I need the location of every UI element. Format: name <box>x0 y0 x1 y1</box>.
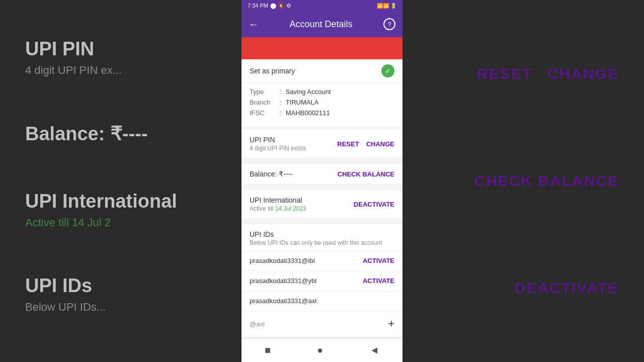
bg-upi-ids-sub: Below UPI IDs... <box>25 301 231 314</box>
add-upi-icon[interactable]: + <box>388 317 394 330</box>
upi-pin-section: UPI PIN 4 digit UPI PIN exists RESET CHA… <box>242 130 403 158</box>
balance-label: Balance: ₹---- <box>250 170 293 178</box>
upi-intl-left: UPI International Active till 14 Jul 202… <box>250 196 306 212</box>
phone-content[interactable]: Set as primary ✓ Type : Saving Account B… <box>242 59 403 338</box>
upi-id-row-axl: prasadkodati3331@axl <box>242 291 403 311</box>
upi-id-row-ybl: prasadkodati3331@ybl ACTIVATE <box>242 270 403 291</box>
upi-id-row-ibl: prasadkodati3331@ibl ACTIVATE <box>242 250 403 270</box>
status-right: 📶📶 🔋 <box>377 3 396 9</box>
branch-value: TIRUMALA <box>286 99 319 106</box>
ifsc-sep: : <box>280 109 282 117</box>
help-button[interactable]: ? <box>383 18 395 30</box>
add-upi-placeholder: @axl <box>250 320 265 328</box>
bg-left-panel: UPI PIN 4 digit UPI PIN ex... Balance: ₹… <box>15 0 242 362</box>
account-type-row: Type : Saving Account <box>250 88 394 96</box>
upi-pin-reset-button[interactable]: RESET <box>337 140 359 148</box>
account-info-section: Type : Saving Account Branch : TIRUMALA … <box>242 82 403 127</box>
status-icons-left: ⬤ 🔇 ⚙ <box>270 3 291 9</box>
upi-pin-actions: RESET CHANGE <box>337 140 394 148</box>
upi-id-ibl: prasadkodati3331@ibl <box>250 257 315 264</box>
nav-home-button[interactable]: ● <box>317 344 323 356</box>
bg-upi-intl-heading: UPI International <box>25 191 231 212</box>
bg-upi-pin-sub: 4 digit UPI PIN ex... <box>25 64 231 77</box>
ifsc-value: MAHB0002111 <box>286 109 330 117</box>
add-upi-row[interactable]: @axl + <box>242 311 403 336</box>
app-header: ← Account Details ? <box>242 11 403 37</box>
bg-section-balance: Balance: ₹---- <box>25 123 231 145</box>
status-battery: 🔋 <box>390 3 396 9</box>
bg-balance-heading: Balance: ₹---- <box>25 123 231 145</box>
nav-back-button[interactable]: ◄ <box>369 344 379 356</box>
upi-intl-sub: Active till 14 Jul 2023 <box>250 205 306 212</box>
bg-deactivate-label: DEACTIVATE <box>515 280 619 297</box>
bg-check-balance-label: CHECK BALANCE <box>474 172 619 190</box>
status-bar: 7:34 PM ⬤ 🔇 ⚙ 📶📶 🔋 <box>242 0 403 11</box>
bg-reset-label: RESET <box>477 65 532 82</box>
page-title: Account Details <box>265 19 377 30</box>
set-as-primary-row[interactable]: Set as primary ✓ <box>242 59 403 82</box>
branch-key: Branch <box>250 99 280 106</box>
type-key: Type <box>250 88 280 96</box>
bg-section-upi-ids: UPI IDs Below UPI IDs... <box>25 275 231 314</box>
phone-screen: 7:34 PM ⬤ 🔇 ⚙ 📶📶 🔋 ← Account Details ? S… <box>242 0 403 362</box>
upi-pin-change-button[interactable]: CHANGE <box>366 140 394 148</box>
upi-intl-title: UPI International <box>250 196 306 204</box>
deactivate-button[interactable]: DEACTIVATE <box>354 201 394 208</box>
bg-upi-intl-sub: Active till 14 Jul 2 <box>25 216 231 229</box>
set-as-primary-label: Set as primary <box>250 67 295 75</box>
account-branch-row: Branch : TIRUMALA <box>250 99 394 106</box>
upi-international-section: UPI International Active till 14 Jul 202… <box>242 190 403 218</box>
activate-ibl-button[interactable]: ACTIVATE <box>363 257 394 264</box>
upi-intl-date: 14 Jul 2023 <box>275 205 306 212</box>
status-left: 7:34 PM ⬤ 🔇 ⚙ <box>248 3 291 9</box>
redacted-bar <box>242 37 403 59</box>
upi-pin-title: UPI PIN <box>250 136 306 144</box>
balance-section: Balance: ₹---- CHECK BALANCE <box>242 164 403 184</box>
bg-right-deactivate: DEACTIVATE <box>463 280 619 297</box>
redacted-notch <box>242 37 249 59</box>
bg-section-upi-pin: UPI PIN 4 digit UPI PIN ex... <box>25 38 231 77</box>
upi-pin-sub: 4 digit UPI PIN exists <box>250 145 306 152</box>
activate-ybl-button[interactable]: ACTIVATE <box>363 277 394 285</box>
status-time: 7:34 PM <box>248 3 268 9</box>
type-value: Saving Account <box>286 88 331 96</box>
bg-right-reset: RESET CHANGE <box>463 65 619 82</box>
primary-check-icon[interactable]: ✓ <box>381 64 394 77</box>
ifsc-key: IFSC <box>250 109 280 117</box>
bg-section-upi-intl: UPI International Active till 14 Jul 2 <box>25 191 231 229</box>
upi-id-axl: prasadkodati3331@axl <box>250 297 316 305</box>
upi-ids-section: UPI IDs Below UPI IDs can only be used w… <box>242 224 403 250</box>
account-ifsc-row: IFSC : MAHB0002111 <box>250 109 394 117</box>
upi-ids-title: UPI IDs <box>250 230 394 238</box>
bottom-nav: ■ ● ◄ <box>242 338 403 362</box>
back-button[interactable]: ← <box>249 19 259 30</box>
upi-intl-sub-prefix: Active till <box>250 205 275 212</box>
upi-ids-sub: Below UPI IDs can only be used with this… <box>250 239 394 246</box>
balance-left: Balance: ₹---- <box>250 170 293 178</box>
upi-pin-left: UPI PIN 4 digit UPI PIN exists <box>250 136 306 152</box>
bg-upi-ids-heading: UPI IDs <box>25 275 231 297</box>
bg-right-panel: RESET CHANGE CHECK BALANCE DEACTIVATE <box>453 0 629 362</box>
bg-upi-pin-heading: UPI PIN <box>25 38 231 60</box>
bg-change-label: CHANGE <box>547 65 619 82</box>
bg-right-check-balance: CHECK BALANCE <box>463 172 619 190</box>
type-sep: : <box>280 88 282 96</box>
nav-stop-button[interactable]: ■ <box>265 344 271 356</box>
status-network: 📶📶 <box>377 3 389 9</box>
branch-sep: : <box>280 99 282 106</box>
check-balance-button[interactable]: CHECK BALANCE <box>338 170 394 178</box>
upi-id-ybl: prasadkodati3331@ybl <box>250 277 316 285</box>
